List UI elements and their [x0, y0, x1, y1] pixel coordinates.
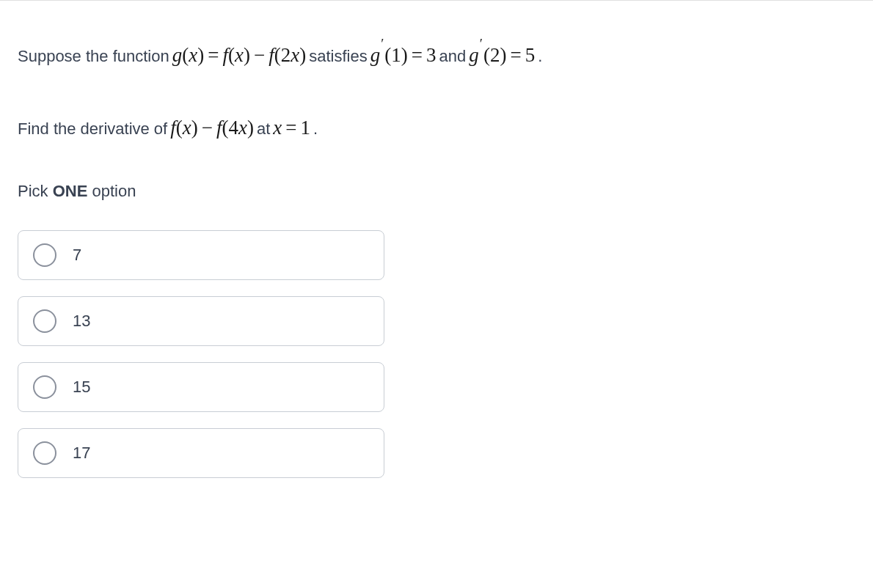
- options-group: 7 13 15 17: [18, 230, 384, 478]
- option-15[interactable]: 15: [18, 362, 384, 412]
- math-x1: x=1: [270, 110, 313, 146]
- instruction: Pick ONE option: [18, 182, 855, 201]
- radio-icon: [33, 309, 56, 333]
- option-label: 13: [73, 312, 90, 331]
- option-13[interactable]: 13: [18, 296, 384, 346]
- option-7[interactable]: 7: [18, 230, 384, 280]
- instruction-prefix: Pick: [18, 182, 53, 200]
- option-label: 15: [73, 378, 90, 397]
- option-label: 7: [73, 246, 81, 265]
- instruction-suffix: option: [87, 182, 136, 200]
- q2-mid: at: [257, 114, 270, 144]
- q2-prefix: Find the derivative of: [18, 114, 167, 144]
- math-gx: g(x)=f(x)−f(2x): [169, 37, 309, 73]
- option-17[interactable]: 17: [18, 428, 384, 478]
- instruction-bold: ONE: [53, 182, 88, 200]
- option-label: 17: [73, 444, 90, 463]
- q1-end: .: [538, 42, 542, 71]
- math-fx4x: f(x)−f(4x): [167, 110, 257, 146]
- question-line-1: Suppose the function g(x)=f(x)−f(2x) sat…: [18, 37, 855, 73]
- question-line-2: Find the derivative of f(x)−f(4x) at x=1…: [18, 110, 855, 146]
- top-divider: [0, 0, 873, 1]
- radio-icon: [33, 243, 56, 267]
- radio-icon: [33, 441, 56, 465]
- q1-mid: satisfies: [309, 42, 367, 71]
- q1-prefix: Suppose the function: [18, 42, 169, 71]
- question-content: Suppose the function g(x)=f(x)−f(2x) sat…: [0, 37, 873, 478]
- math-gp2: g′(2)=5: [466, 37, 538, 73]
- q1-and: and: [439, 42, 467, 71]
- math-gp1: g′(1)=3: [368, 37, 439, 73]
- radio-icon: [33, 375, 56, 399]
- q2-end: .: [313, 114, 318, 144]
